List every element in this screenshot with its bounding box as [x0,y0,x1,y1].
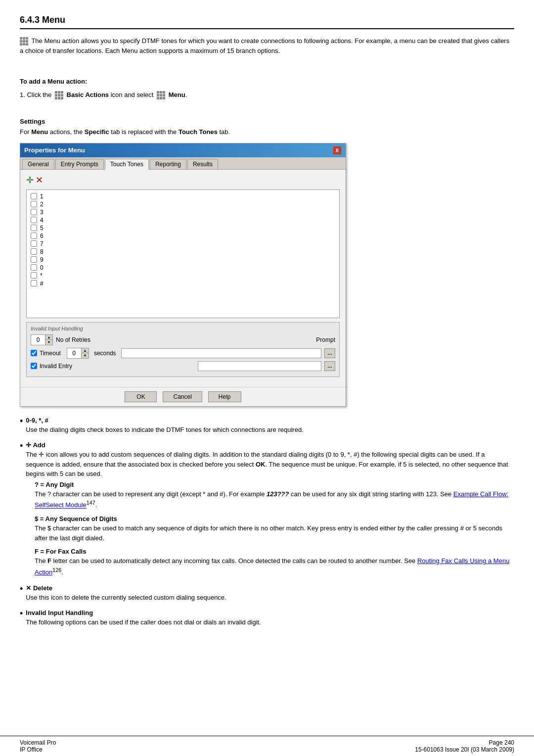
timeout-arrows: ▲ ▼ [81,348,89,358]
sub-bullet-fax-text: The F letter can be used to automaticall… [35,556,514,577]
dialog-footer: OK Cancel Help [20,387,346,406]
bullet-dtmf: • 0-9, *, # Use the dialing digits check… [20,417,514,435]
settings-header: Settings [20,118,514,125]
timeout-input[interactable] [67,349,81,357]
checkbox-4[interactable] [31,217,37,223]
ok-button[interactable]: OK [125,391,157,402]
checkbox-2[interactable] [31,201,37,207]
timeout-up[interactable]: ▲ [82,348,89,353]
invalid-entry-label: Invalid Entry [40,363,72,370]
bullet-dtmf-content: 0-9, *, # Use the dialing digits check b… [26,417,303,435]
timeout-spinner: ▲ ▼ [67,348,89,359]
dialog-close-button[interactable]: X [333,146,342,155]
properties-dialog: Properties for Menu X General Entry Prom… [20,143,346,407]
add-action-step: 1. Click the Basic Actions icon and sele… [20,89,514,100]
retries-arrows: ▲ ▼ [45,335,52,345]
check-item-1: 1 [31,193,335,200]
checkbox-star[interactable] [31,272,37,279]
bullet-invalid-title: Invalid Input Handling [26,609,93,616]
dialog-title-bar: Properties for Menu X [20,143,346,157]
timeout-prompt-field[interactable] [121,348,321,358]
retries-input[interactable] [31,336,45,344]
bullet-dot-1: • [20,417,23,435]
invalid-entry-browse-button[interactable]: … [324,361,335,371]
bullet-delete-text: Use this icon to delete the currently se… [26,593,226,603]
timeout-label: Timeout [40,350,61,357]
checkbox-8[interactable] [31,248,37,255]
check-item-8: 8 [31,248,335,255]
bullet-delete-title: ✕ Delete [26,584,52,592]
checkbox-hash[interactable] [31,280,37,286]
bullet-add-main: • ✛ Add The ✛ icon allows you to add cus… [20,441,514,479]
sub-bullet-fax: F = For Fax Calls The F letter can be us… [35,548,514,577]
sub-bullet-any-digit-title: ? = Any Digit [35,481,74,488]
sub-bullet-any-sequence: $ = Any Sequence of Digits The $ charact… [35,515,514,543]
help-button[interactable]: Help [208,391,241,402]
retries-down[interactable]: ▼ [45,340,52,345]
menu-icon [20,37,28,46]
checkbox-1[interactable] [31,193,37,199]
basic-actions-icon [55,91,63,99]
retries-spinner: ▲ ▼ [31,334,53,345]
check-item-9: 9 [31,256,335,263]
timeout-checkbox[interactable] [31,350,37,356]
tab-entry-prompts[interactable]: Entry Prompts [55,159,104,169]
dtmf-checklist: 1 2 3 4 5 6 7 8 9 [26,189,340,318]
dialog-body: ✛ ✕ 1 2 3 4 5 6 7 [20,170,346,387]
timeout-unit: seconds [94,350,116,357]
checkbox-9[interactable] [31,256,37,263]
timeout-down[interactable]: ▼ [82,353,89,358]
checkbox-7[interactable] [31,240,37,247]
bullet-add-content: ✛ Add The ✛ icon allows you to add custo… [26,441,514,479]
sub-bullet-any-digit-text: The ? character can be used to represent… [35,489,514,510]
page-footer: Voicemail Pro IP Office Page 240 15-6010… [0,736,534,756]
invalid-entry-checkbox[interactable] [31,363,37,369]
tab-results[interactable]: Results [187,159,218,169]
footer-page: Page 240 [415,739,514,746]
add-action-header: To add a Menu action: [20,78,514,85]
footer-issue: 15-601063 Issue 20I (03 March 2009) [415,746,514,753]
checkbox-3[interactable] [31,209,37,215]
check-item-3: 3 [31,209,335,216]
invalid-entry-field[interactable] [198,361,321,371]
prompt-label: Prompt [316,336,335,343]
bullet-delete-content: ✕ Delete Use this icon to delete the cur… [26,584,226,603]
bullet-delete-main: • ✕ Delete Use this icon to delete the c… [20,584,514,603]
bullet-dot-3: • [20,584,23,603]
sub-bullet-fax-title: F = For Fax Calls [35,548,86,555]
bullet-invalid-main: • Invalid Input Handling The following o… [20,609,514,627]
retries-row: ▲ ▼ No of Retries Prompt [31,334,335,345]
bullet-dot-4: • [20,609,23,627]
page-title: 6.4.3 Menu [20,15,514,29]
check-item-2: 2 [31,201,335,208]
add-button[interactable]: ✛ [26,175,34,186]
footer-right: Page 240 15-601063 Issue 20I (03 March 2… [415,739,514,753]
bullet-delete: • ✕ Delete Use this icon to delete the c… [20,584,514,603]
tab-touch-tones[interactable]: Touch Tones [105,159,149,170]
tab-general[interactable]: General [22,159,54,169]
bullet-invalid-text: The following options can be used if the… [26,617,261,627]
delete-button[interactable]: ✕ [36,175,43,186]
settings-desc: For Menu actions, the Specific tab is re… [20,127,514,137]
bullet-dot-2: • [20,441,23,479]
menu-select-icon [157,91,165,99]
check-item-4: 4 [31,217,335,224]
checkbox-0[interactable] [31,264,37,271]
fax-routing-link[interactable]: Routing Fax Calls Using a Menu Action [35,557,509,576]
invalid-title: Invalid Input Handling [31,326,335,331]
footer-product: Voicemail Pro [20,739,56,746]
check-item-7: 7 [31,240,335,247]
footer-brand: IP Office [20,746,56,753]
cancel-button[interactable]: Cancel [163,391,202,402]
bullet-add: • ✛ Add The ✛ icon allows you to add cus… [20,441,514,577]
retries-up[interactable]: ▲ [45,335,52,340]
invalid-input-section: Invalid Input Handling ▲ ▼ No of Retries… [26,322,340,377]
timeout-browse-button[interactable]: … [324,348,335,358]
dialog-title: Properties for Menu [24,146,85,154]
retries-label: No of Retries [56,336,90,343]
tab-reporting[interactable]: Reporting [150,159,186,169]
invalid-entry-checkbox-label: Invalid Entry [31,363,72,370]
checkbox-6[interactable] [31,233,37,239]
sub-bullet-any-sequence-text: The $ character can be used to match any… [35,523,514,543]
checkbox-5[interactable] [31,225,37,231]
